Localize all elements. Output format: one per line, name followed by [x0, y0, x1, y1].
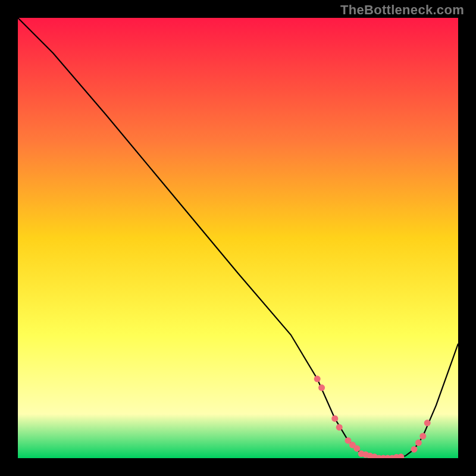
watermark-text: TheBottleneck.com — [340, 2, 464, 18]
marker-dot — [331, 415, 338, 422]
gradient-plot — [18, 18, 458, 458]
marker-dot — [318, 384, 325, 391]
marker-dot — [415, 440, 422, 446]
chart-svg — [18, 18, 458, 458]
chart-frame: TheBottleneck.com — [0, 0, 476, 476]
gradient-rect — [18, 18, 458, 458]
marker-dot — [336, 424, 343, 431]
marker-dot — [419, 433, 426, 440]
marker-dot — [411, 446, 418, 453]
marker-dot — [424, 419, 431, 426]
marker-dot — [353, 445, 360, 452]
marker-dot — [314, 375, 321, 382]
